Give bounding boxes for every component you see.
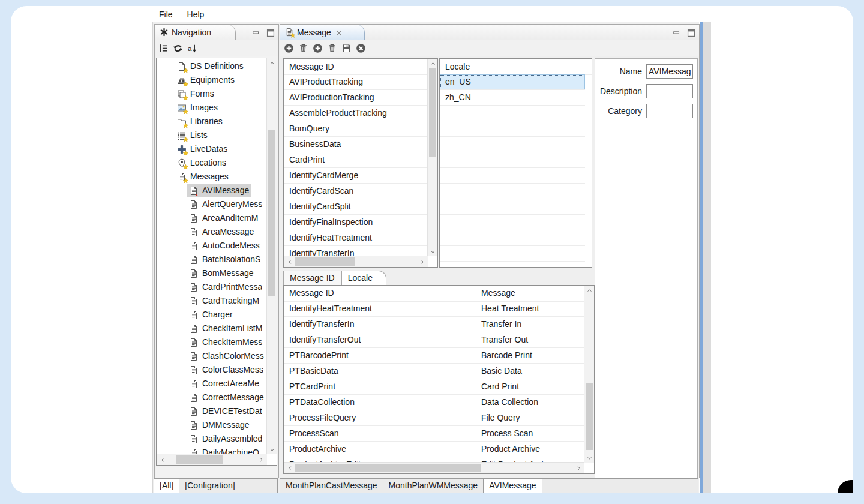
table-row[interactable]: IdentifyTransferOutTransfer Out bbox=[284, 332, 584, 348]
scroll-up-button[interactable] bbox=[267, 59, 277, 67]
locale-empty-row[interactable] bbox=[440, 121, 585, 137]
tree-item[interactable]: Locations bbox=[157, 156, 267, 170]
minimize-icon[interactable] bbox=[252, 29, 260, 36]
menu-item-file[interactable]: File bbox=[158, 8, 174, 20]
tree-item[interactable]: BomMessage bbox=[157, 266, 267, 280]
scroll-left-button[interactable] bbox=[286, 463, 293, 473]
tree-item[interactable]: CorrectMessage bbox=[157, 391, 267, 404]
tree-item[interactable]: Charger bbox=[157, 308, 267, 322]
tree-item[interactable]: Images bbox=[157, 101, 267, 115]
message-id-row[interactable]: BomQuery bbox=[284, 121, 428, 137]
scroll-left-button[interactable] bbox=[159, 454, 166, 465]
vertical-scrollbar[interactable] bbox=[266, 58, 277, 454]
scrollbar-thumb[interactable] bbox=[295, 257, 355, 266]
tree-item[interactable]: CorrectAreaMe bbox=[157, 377, 267, 391]
scroll-left-button[interactable] bbox=[286, 256, 293, 267]
tree-item[interactable]: Messages bbox=[157, 170, 267, 184]
cancel-circle-icon[interactable] bbox=[355, 43, 367, 54]
scroll-up-button[interactable] bbox=[428, 60, 437, 67]
tree-item[interactable]: CardPrintMessa bbox=[157, 280, 267, 294]
maximize-icon[interactable] bbox=[266, 29, 275, 36]
tree-item[interactable]: AlertQueryMess bbox=[157, 197, 267, 211]
tree-item[interactable]: BatchIsolationS bbox=[157, 253, 267, 266]
tree-item[interactable]: ClashColorMess bbox=[157, 349, 267, 363]
locale-empty-row[interactable] bbox=[440, 152, 585, 168]
scrollbar-thumb[interactable] bbox=[429, 68, 436, 157]
table-row[interactable]: ProductArchiveProduct Archive bbox=[284, 442, 584, 457]
scroll-down-button[interactable] bbox=[428, 248, 437, 255]
message-id-row[interactable]: BusinessData bbox=[284, 137, 428, 152]
tree-item[interactable]: CheckItemListM bbox=[157, 322, 267, 335]
scroll-up-button[interactable] bbox=[584, 287, 594, 294]
tree-item[interactable]: Equipments bbox=[157, 73, 267, 87]
table-row[interactable]: IdentifyTransferInTransfer In bbox=[284, 317, 584, 332]
navigation-view-tab[interactable]: Navigation bbox=[155, 25, 236, 40]
description-field[interactable] bbox=[646, 84, 693, 98]
message-id-row[interactable]: IdentifyCardMerge bbox=[284, 168, 428, 184]
message-id-row[interactable]: AVIProductionTracking bbox=[284, 90, 428, 106]
tree-item[interactable]: Lists bbox=[157, 128, 267, 142]
tree-item[interactable]: CheckItemMess bbox=[157, 335, 267, 349]
editor-tab-message[interactable]: Message bbox=[280, 25, 365, 40]
scroll-right-button[interactable] bbox=[418, 256, 425, 267]
bottom-tab-configration[interactable]: [Configration] bbox=[179, 478, 241, 493]
bottom-tab-monthplanwmmessage[interactable]: MonthPlanWMMessage bbox=[383, 478, 484, 493]
scrollbar-thumb[interactable] bbox=[176, 455, 223, 464]
bottom-tab-monthplancastmessage[interactable]: MonthPlanCastMessage bbox=[280, 478, 383, 493]
message-id-row[interactable]: IdentifyTransferIn bbox=[284, 246, 428, 256]
locale-empty-row[interactable] bbox=[440, 246, 585, 262]
locale-empty-row[interactable] bbox=[440, 215, 585, 230]
locale-empty-row[interactable] bbox=[440, 184, 585, 199]
tree-item[interactable]: AreaMessage bbox=[157, 225, 267, 239]
maximize-icon[interactable] bbox=[687, 29, 695, 36]
scroll-right-button[interactable] bbox=[257, 454, 265, 465]
locale-row[interactable]: en_US bbox=[440, 74, 585, 90]
table-row[interactable]: ProcessFileQueryFile Query bbox=[284, 410, 584, 426]
message-id-row[interactable]: IdentifyHeatTreatment bbox=[284, 230, 428, 246]
scrollbar-thumb[interactable] bbox=[295, 464, 481, 472]
table-row[interactable]: ProcessScanProcess Scan bbox=[284, 426, 584, 442]
message-id-row[interactable]: IdentifyFinalInspection bbox=[284, 215, 428, 230]
detail-tab-locale[interactable]: Locale bbox=[341, 271, 386, 286]
tree-item[interactable]: CardTrackingM bbox=[157, 294, 267, 308]
tree-item[interactable]: AVIMessage bbox=[157, 184, 267, 197]
close-icon[interactable] bbox=[335, 29, 343, 36]
menu-item-help[interactable]: Help bbox=[186, 8, 206, 20]
scrollbar-thumb[interactable] bbox=[268, 130, 275, 296]
locale-row[interactable]: zh_CN bbox=[440, 90, 585, 106]
bottom-tab-avimessage[interactable]: AVIMessage bbox=[484, 478, 542, 493]
category-field[interactable] bbox=[646, 104, 693, 118]
save-floppy-icon[interactable] bbox=[341, 43, 352, 54]
detail-tab-message-id[interactable]: Message ID bbox=[283, 271, 341, 286]
tree-item[interactable]: ColorClassMess bbox=[157, 363, 267, 377]
tree-item[interactable]: AreaAndItemM bbox=[157, 211, 267, 225]
refresh-icon[interactable] bbox=[172, 43, 184, 54]
locale-empty-row[interactable] bbox=[440, 199, 585, 215]
tree-item[interactable]: DS Definitions bbox=[157, 59, 267, 73]
tree-item[interactable]: Forms bbox=[157, 87, 267, 101]
add-circle-icon[interactable] bbox=[312, 43, 323, 54]
scrollbar-thumb[interactable] bbox=[586, 383, 593, 450]
scroll-right-button[interactable] bbox=[575, 463, 582, 473]
locale-empty-row[interactable] bbox=[440, 168, 585, 184]
message-id-row[interactable]: CardPrint bbox=[284, 152, 428, 168]
message-id-row[interactable]: IdentifyCardSplit bbox=[284, 199, 428, 215]
vertical-scrollbar[interactable] bbox=[584, 286, 594, 463]
minimize-icon[interactable] bbox=[673, 29, 681, 36]
scroll-down-button[interactable] bbox=[584, 454, 594, 461]
table-row[interactable]: IdentifyHeatTreatmentHeat Treatment bbox=[284, 301, 584, 317]
tree-item[interactable]: DailyMachineQ bbox=[157, 446, 267, 454]
locale-empty-row[interactable] bbox=[440, 106, 585, 121]
table-row[interactable]: PTCardPrintCard Print bbox=[284, 379, 584, 395]
horizontal-scrollbar[interactable] bbox=[284, 462, 584, 473]
horizontal-scrollbar[interactable] bbox=[157, 454, 267, 465]
tree-item[interactable]: Libraries bbox=[157, 115, 267, 128]
sort-icon[interactable]: a bbox=[187, 43, 198, 54]
tree-item[interactable]: LiveDatas bbox=[157, 142, 267, 156]
table-row[interactable]: PTBasicDataBasic Data bbox=[284, 364, 584, 379]
delete-trash-icon[interactable] bbox=[326, 43, 338, 54]
tree-item[interactable]: AutoCodeMess bbox=[157, 239, 267, 253]
collapse-all-icon[interactable] bbox=[158, 43, 169, 54]
locale-empty-row[interactable] bbox=[440, 230, 585, 246]
vertical-scrollbar[interactable] bbox=[427, 59, 437, 256]
